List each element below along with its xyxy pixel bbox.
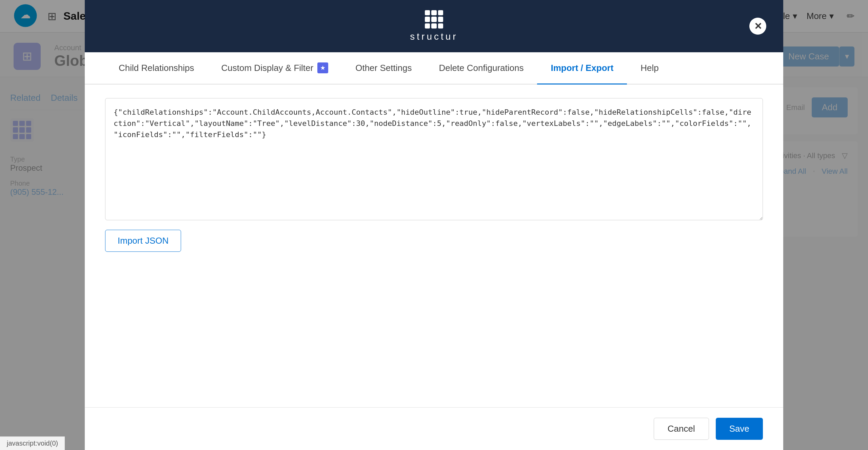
json-textarea[interactable]: {"childRelationships":"Account.ChildAcco… bbox=[105, 98, 763, 220]
modal-header: structur ✕ bbox=[85, 0, 783, 52]
cancel-button[interactable]: Cancel bbox=[654, 418, 709, 440]
modal-tabs: Child Relationships Custom Display & Fil… bbox=[85, 52, 783, 85]
modal-logo-text: structur bbox=[410, 31, 458, 42]
tab-other-settings[interactable]: Other Settings bbox=[342, 52, 425, 85]
tab-child-relationships[interactable]: Child Relationships bbox=[105, 52, 208, 85]
import-json-button[interactable]: Import JSON bbox=[105, 230, 181, 252]
save-button[interactable]: Save bbox=[716, 418, 763, 440]
structur-logo-icon bbox=[425, 10, 443, 29]
tab-delete-configurations[interactable]: Delete Configurations bbox=[425, 52, 537, 85]
modal-close-button[interactable]: ✕ bbox=[749, 18, 766, 35]
star-badge: ★ bbox=[317, 62, 328, 73]
tab-help[interactable]: Help bbox=[627, 52, 672, 85]
modal-overlay: structur ✕ Child Relationships Custom Di… bbox=[0, 0, 868, 450]
status-bar: javascript:void(0) bbox=[0, 436, 65, 450]
modal-logo: structur bbox=[410, 10, 458, 42]
tab-custom-display-filter[interactable]: Custom Display & Filter ★ bbox=[208, 52, 342, 85]
tab-import-export[interactable]: Import / Export bbox=[537, 52, 627, 85]
modal: structur ✕ Child Relationships Custom Di… bbox=[85, 0, 783, 450]
modal-footer: Cancel Save bbox=[85, 407, 783, 450]
modal-body: {"childRelationships":"Account.ChildAcco… bbox=[85, 85, 783, 407]
